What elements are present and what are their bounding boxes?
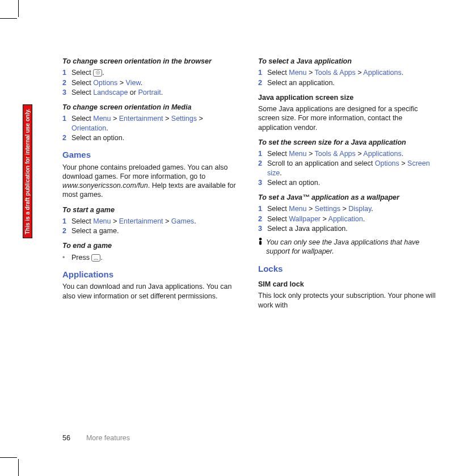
- paragraph: Some Java applications are designed for …: [258, 104, 437, 132]
- menu-path-part: Tools & Apps: [315, 69, 356, 77]
- menu-path-part: Tools & Apps: [315, 150, 356, 158]
- step-text: Press ⏠.: [71, 253, 241, 262]
- sub-heading: SIM card lock: [258, 280, 437, 289]
- crop-mark: [0, 18, 17, 19]
- text: Press: [71, 254, 91, 262]
- task-title: To select a Java application: [258, 57, 437, 66]
- page-footer: 56 More features: [62, 434, 130, 442]
- page-number: 56: [62, 434, 70, 442]
- step-number: 2: [258, 214, 264, 224]
- step-text: Select Options > View.: [71, 78, 241, 87]
- menu-path-part: Options: [375, 159, 399, 167]
- draft-watermark: This is a draft publication for internal…: [23, 104, 32, 238]
- menu-path-part: Portrait: [138, 89, 161, 96]
- step-number: 1: [62, 68, 68, 77]
- step-number: 2: [258, 159, 264, 178]
- text: Select: [71, 115, 93, 123]
- text: .: [161, 89, 163, 96]
- step-text: Select Menu > Tools & Apps > Application…: [267, 149, 437, 158]
- step-text: Select ⦾.: [71, 68, 241, 77]
- column-right: To select a Java application 1 Select Me…: [258, 51, 437, 313]
- step-line: 1 Select Menu > Settings > Display.: [258, 204, 437, 213]
- step-text: Select Menu > Entertainment > Settings >…: [71, 114, 241, 133]
- crop-mark: [18, 0, 19, 17]
- text: Select: [267, 150, 289, 158]
- text: Scroll to an application and select: [267, 159, 375, 167]
- step-line: 2 Select Options > View.: [62, 78, 241, 87]
- step-number: 3: [62, 88, 68, 97]
- text: >: [399, 159, 407, 167]
- text: .: [102, 69, 104, 77]
- text: .: [402, 69, 403, 77]
- step-text: Select Landscape or Portrait.: [71, 88, 241, 97]
- footer-section-name: More features: [86, 434, 130, 442]
- step-line: 1 Select Menu > Entertainment > Settings…: [62, 114, 241, 133]
- step-line: 3 Select Landscape or Portrait.: [62, 88, 241, 97]
- text: >: [111, 217, 119, 225]
- text: >: [340, 205, 348, 213]
- menu-path-part: Application: [328, 215, 363, 223]
- text: .: [194, 217, 196, 225]
- svg-rect-1: [259, 241, 262, 245]
- text: >: [321, 215, 328, 223]
- tip-text: You can only see the Java applications t…: [266, 238, 437, 256]
- step-line: 3 Select a Java application.: [258, 224, 437, 233]
- paragraph: This lock only protects your subscriptio…: [258, 291, 437, 310]
- text: .: [363, 215, 365, 223]
- end-key-icon: ⏠: [91, 254, 100, 262]
- text: .: [100, 254, 102, 262]
- text: >: [307, 205, 315, 213]
- menu-path-part: Applications: [363, 69, 401, 77]
- menu-path-part: Settings: [315, 205, 340, 213]
- paragraph: Your phone contains preloaded games. You…: [62, 163, 241, 200]
- step-line: 2 Select an option.: [62, 133, 241, 142]
- step-number: 1: [62, 217, 68, 226]
- text: Select: [71, 79, 93, 87]
- task-title: To set a Java™ application as a wallpape…: [258, 193, 437, 202]
- task-title: To start a game: [62, 205, 241, 214]
- step-number: 1: [258, 149, 264, 158]
- sub-heading: Java application screen size: [258, 93, 437, 102]
- text: Select: [267, 205, 289, 213]
- menu-path-part: Display: [348, 205, 371, 213]
- section-heading-games: Games: [62, 149, 241, 161]
- text: >: [307, 150, 315, 158]
- step-number: 1: [258, 204, 264, 213]
- bullet-line: • Press ⏠.: [62, 253, 241, 262]
- text: Select: [71, 89, 93, 96]
- menu-path-part: Menu: [93, 217, 111, 225]
- menu-path-part: Entertainment: [119, 217, 163, 225]
- step-text: Select a Java application.: [267, 224, 437, 233]
- step-text: Select Wallpaper > Application.: [267, 214, 437, 224]
- text: Select: [71, 69, 93, 77]
- step-text: Select Menu > Settings > Display.: [267, 204, 437, 213]
- bullet-icon: •: [62, 253, 68, 262]
- tip-note: You can only see the Java applications t…: [258, 238, 437, 256]
- menu-path-part: Settings: [171, 115, 197, 123]
- menu-path-part: Games: [171, 217, 194, 225]
- step-line: 1 Select ⦾.: [62, 68, 241, 77]
- step-number: 3: [258, 224, 264, 233]
- step-line: 3 Select an option.: [258, 178, 437, 187]
- step-number: 2: [258, 78, 264, 87]
- step-text: Select an option.: [267, 178, 437, 187]
- task-title: To change screen orientation in Media: [62, 103, 241, 112]
- step-number: 2: [62, 226, 68, 235]
- menu-path-part: Wallpaper: [289, 215, 321, 223]
- menu-path-part: Menu: [93, 115, 111, 123]
- text: >: [117, 79, 125, 87]
- text: or: [128, 89, 138, 96]
- task-title: To change screen orientation in the brow…: [62, 57, 241, 66]
- section-heading-locks: Locks: [258, 263, 437, 275]
- column-left: To change screen orientation in the brow…: [62, 51, 241, 313]
- text: >: [356, 69, 364, 77]
- url-text: www.sonyericsson.com/fun: [62, 182, 148, 189]
- crop-mark: [0, 457, 17, 458]
- menu-path-part: Landscape: [93, 89, 128, 96]
- text: .: [371, 205, 373, 213]
- text: Select: [267, 215, 289, 223]
- menu-path-part: View: [126, 79, 141, 87]
- text: Your phone contains preloaded games. You…: [62, 163, 228, 180]
- step-text: Select a game.: [71, 226, 241, 235]
- step-number: 2: [62, 133, 68, 142]
